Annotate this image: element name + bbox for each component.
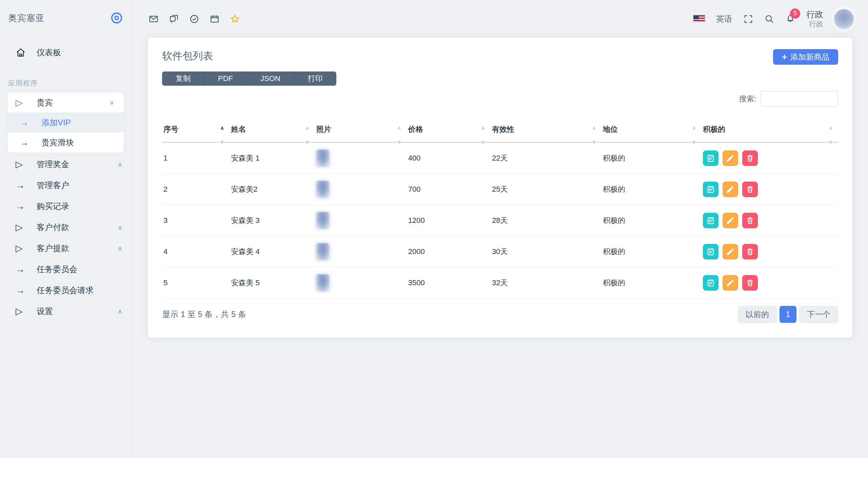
table-info: 显示 1 至 5 条，共 5 条 xyxy=(162,309,246,320)
sort-asc-icon: ∧ xyxy=(592,125,596,131)
package-photo xyxy=(316,212,329,229)
sidebar-item-label: 购买记录 xyxy=(37,201,69,212)
sidebar-item-customer-withdrawals[interactable]: ▷ 客户提款 ∧ xyxy=(0,238,132,259)
sidebar-item-vip[interactable]: ▷ 贵宾 ∨ xyxy=(8,92,124,112)
sort-desc-icon: ∨ xyxy=(829,139,833,145)
sidebar-item-add-vip[interactable]: → 添加VIP xyxy=(8,112,124,132)
topbar-right: 英语 5 行政 行政 xyxy=(693,9,854,29)
edit-button[interactable] xyxy=(723,150,738,166)
cell-validity: 25天 xyxy=(491,174,601,205)
details-button[interactable] xyxy=(703,275,718,291)
next-page-button[interactable]: 下一个 xyxy=(799,306,838,323)
table-row: 3 安森美 3 1200 28天 积极的 xyxy=(162,205,838,236)
row-actions xyxy=(703,213,838,228)
content: 软件包列表 + 添加新商品 复制 PDF JSON 打印 搜索: xyxy=(132,38,868,338)
copy-button[interactable]: 复制 xyxy=(162,71,204,86)
sidebar-item-settings[interactable]: ▷ 设置 ∧ xyxy=(0,301,132,322)
column-header-price[interactable]: 价格∧∨ xyxy=(407,118,491,142)
delete-button[interactable] xyxy=(742,213,758,228)
search-input[interactable] xyxy=(761,91,838,107)
column-header-active[interactable]: 积极的∧∨ xyxy=(702,118,838,142)
edit-button[interactable] xyxy=(723,275,738,291)
chevron-up-icon: ∧ xyxy=(118,308,122,315)
brand-name[interactable]: 奥宾塞亚 xyxy=(8,12,45,24)
calendar-icon[interactable] xyxy=(210,14,220,24)
column-header-photo[interactable]: 照片∧∨ xyxy=(315,118,407,142)
delete-button[interactable] xyxy=(742,244,758,259)
edit-button[interactable] xyxy=(723,182,738,197)
details-button[interactable] xyxy=(703,244,718,259)
triangle-icon: ▷ xyxy=(16,159,37,170)
details-button[interactable] xyxy=(703,213,718,228)
star-icon[interactable] xyxy=(230,14,240,24)
cell-name: 安森美 4 xyxy=(230,236,315,267)
user-name: 行政 xyxy=(806,9,823,20)
column-header-name[interactable]: 姓名∧∨ xyxy=(230,118,315,142)
sidebar: 奥宾塞亚 仪表板 应用程序 ▷ 贵宾 ∨ → xyxy=(0,0,132,457)
user-menu[interactable]: 行政 行政 xyxy=(806,9,823,29)
sidebar-item-label: 任务委员会请求 xyxy=(37,285,94,296)
row-actions xyxy=(703,244,838,259)
sidebar-group-vip: ▷ 贵宾 ∨ → 添加VIP → 贵宾滑块 xyxy=(8,92,124,152)
search-label: 搜索: xyxy=(739,94,756,104)
table-row: 1 安森美 1 400 22天 积极的 xyxy=(162,142,838,174)
sort-asc-icon: ∧ xyxy=(692,125,696,131)
sidebar-item-purchase-history[interactable]: → 购买记录 xyxy=(0,196,132,217)
arrow-icon: → xyxy=(16,264,37,275)
sort-desc-icon: ∨ xyxy=(481,139,485,145)
sidebar-item-label: 任务委员会 xyxy=(37,264,77,275)
chevron-up-icon: ∧ xyxy=(118,224,122,231)
topbar: 英语 5 行政 行政 xyxy=(132,0,868,38)
check-circle-icon[interactable] xyxy=(189,14,199,24)
edit-button[interactable] xyxy=(723,213,738,228)
delete-button[interactable] xyxy=(742,182,758,197)
sidebar-item-task-committee-requests[interactable]: → 任务委员会请求 xyxy=(0,280,132,301)
column-header-validity[interactable]: 有效性∧∨ xyxy=(491,118,601,142)
language-label[interactable]: 英语 xyxy=(716,14,732,24)
column-header-serial[interactable]: 序号∧∨ xyxy=(162,118,230,142)
user-role: 行政 xyxy=(806,20,823,28)
sort-asc-icon: ∧ xyxy=(481,125,485,131)
target-icon[interactable] xyxy=(110,12,123,24)
sidebar-item-task-committee[interactable]: → 任务委员会 xyxy=(0,259,132,280)
sidebar-item-manage-customers[interactable]: → 管理客户 xyxy=(0,175,132,196)
print-button[interactable]: 打印 xyxy=(294,71,336,86)
sort-asc-icon: ∧ xyxy=(397,125,401,131)
triangle-icon: ▷ xyxy=(16,243,37,254)
page-footer xyxy=(0,457,868,479)
chat-icon[interactable] xyxy=(169,14,179,24)
arrow-icon: → xyxy=(20,138,41,147)
app-shell: 奥宾塞亚 仪表板 应用程序 ▷ 贵宾 ∨ → xyxy=(0,0,868,457)
sort-asc-icon: ∧ xyxy=(220,125,224,131)
sidebar-item-customer-payments[interactable]: ▷ 客户付款 ∧ xyxy=(0,217,132,238)
pdf-button[interactable]: PDF xyxy=(204,71,247,86)
sidebar-item-dashboard[interactable]: 仪表板 xyxy=(0,42,132,63)
table-row: 2 安森美2 700 25天 积极的 xyxy=(162,174,838,205)
details-button[interactable] xyxy=(703,182,718,197)
fullscreen-icon[interactable] xyxy=(743,14,753,24)
column-header-status[interactable]: 地位∧∨ xyxy=(601,118,702,142)
sort-desc-icon: ∨ xyxy=(692,139,696,145)
details-button[interactable] xyxy=(703,150,718,166)
page-1-button[interactable]: 1 xyxy=(780,306,796,323)
cell-status: 积极的 xyxy=(601,267,702,298)
previous-page-button[interactable]: 以前的 xyxy=(738,306,777,323)
cell-status: 积极的 xyxy=(601,142,702,174)
search-icon[interactable] xyxy=(764,14,774,24)
sidebar-item-manage-bonus[interactable]: ▷ 管理奖金 ∧ xyxy=(0,154,132,175)
json-button[interactable]: JSON xyxy=(247,71,294,86)
add-new-product-button[interactable]: + 添加新商品 xyxy=(773,49,838,65)
notifications[interactable]: 5 xyxy=(785,13,795,25)
sidebar-item-label: 管理奖金 xyxy=(37,159,69,170)
sort-desc-icon: ∨ xyxy=(592,139,596,145)
cell-serial: 3 xyxy=(162,205,230,236)
mail-icon[interactable] xyxy=(149,14,159,24)
avatar[interactable] xyxy=(834,9,854,29)
chevron-up-icon: ∧ xyxy=(118,161,122,168)
delete-button[interactable] xyxy=(742,275,758,291)
sidebar-item-label: 客户提款 xyxy=(37,243,69,254)
edit-button[interactable] xyxy=(723,244,738,259)
sidebar-item-vip-slider[interactable]: → 贵宾滑块 xyxy=(8,132,124,152)
flag-us-icon[interactable] xyxy=(693,15,705,23)
delete-button[interactable] xyxy=(742,150,758,166)
